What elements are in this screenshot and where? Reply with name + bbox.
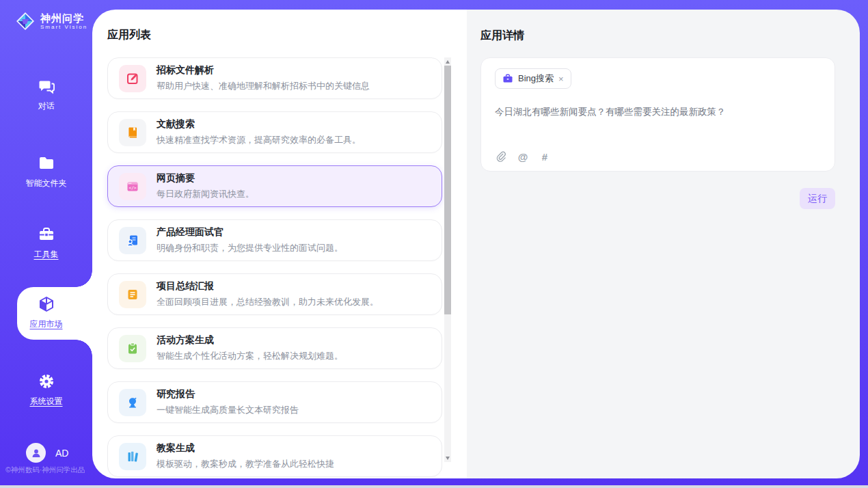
user-name: AD — [55, 448, 68, 459]
sidebar-item-chat[interactable]: 对话 — [0, 77, 92, 112]
app-desc: 明确身份和职责，为您提供专业性的面试问题。 — [157, 242, 343, 254]
person-icon — [31, 448, 42, 459]
sidebar-item-toolset[interactable]: 工具集 — [0, 226, 92, 260]
app-window: 神州问学 Smart Vision 对话 智能文件夹 — [0, 0, 868, 488]
app-card-lesson-plan[interactable]: 教案生成 模板驱动，教案秒成，教学准备从此轻松快捷 — [107, 435, 442, 477]
app-desc: 快速精准查找学术资源，提高研究效率的必备工具。 — [157, 134, 361, 146]
sidebar-item-label: 系统设置 — [0, 396, 92, 407]
app-desc: 全面回顾项目进展，总结经验教训，助力未来优化发展。 — [157, 296, 379, 308]
cube-icon — [38, 295, 55, 313]
chat-bubbles-icon — [38, 77, 55, 95]
app-title: 教案生成 — [157, 442, 334, 455]
mention-at-icon[interactable]: @ — [517, 150, 529, 163]
folder-icon — [38, 154, 55, 172]
person-document-icon — [119, 227, 146, 254]
logo-subtitle: Smart Vision — [40, 24, 87, 30]
app-logo: 神州问学 Smart Vision — [15, 11, 87, 31]
app-desc: 智能生成个性化活动方案，轻松解决规划难题。 — [157, 350, 343, 362]
app-title: 活动方案生成 — [157, 334, 343, 347]
logo-title: 神州问学 — [40, 12, 87, 24]
note-icon — [119, 281, 146, 308]
scrollbar-thumb[interactable] — [444, 66, 451, 314]
ink-bottle-icon — [119, 389, 146, 416]
prompt-text[interactable]: 今日湖北有哪些新闻要点？有哪些需要关注的最新政策？ — [495, 106, 821, 118]
clipboard-check-icon — [119, 335, 146, 362]
app-desc: 每日政府新闻资讯快查。 — [157, 188, 254, 200]
attachment-paperclip-icon[interactable] — [495, 150, 507, 163]
avatar — [26, 443, 46, 463]
app-card-web-summary[interactable]: </> 网页摘要 每日政府新闻资讯快查。 — [107, 165, 442, 207]
book-icon — [119, 119, 146, 146]
sidebar-item-label: 智能文件夹 — [0, 178, 92, 189]
app-list-panel: 应用列表 招标文件解析 帮助用户快速、准确地理解和解析招标书中的关键信息 — [92, 10, 467, 478]
app-desc: 模板驱动，教案秒成，教学准备从此轻松快捷 — [157, 458, 334, 470]
main-content: 应用列表 招标文件解析 帮助用户快速、准确地理解和解析招标书中的关键信息 — [92, 10, 860, 478]
app-title: 网页摘要 — [157, 172, 254, 185]
toolbox-icon — [38, 226, 55, 243]
tag-close-icon[interactable]: × — [558, 74, 564, 83]
tool-tag-bing-search[interactable]: Bing搜索 × — [495, 68, 571, 89]
sidebar-item-app-market[interactable]: 应用市场 — [0, 295, 92, 330]
pill-curve-bottom — [76, 340, 92, 356]
copyright-footer: ©神州数码·神州问学出品 — [5, 465, 85, 475]
gear-icon — [38, 372, 55, 390]
app-detail-panel: 应用详情 Bing搜索 × 今日湖北有哪些新闻要点？有哪些需要关注的最新政策？ — [467, 10, 860, 478]
app-title: 招标文件解析 — [157, 64, 370, 77]
app-desc: 一键智能生成高质量长文本研究报告 — [157, 404, 299, 416]
prompt-toolbar: @ # — [495, 150, 821, 163]
sidebar-item-label: 对话 — [0, 100, 92, 112]
scrollbar-down-arrow[interactable] — [444, 454, 451, 462]
app-title: 产品经理面试官 — [157, 226, 343, 239]
app-list: 招标文件解析 帮助用户快速、准确地理解和解析招标书中的关键信息 文献搜索 快速精… — [107, 57, 442, 477]
app-card-research-report[interactable]: 研究报告 一键智能生成高质量长文本研究报告 — [107, 381, 442, 423]
briefcase-icon — [502, 73, 513, 84]
app-card-project-summary[interactable]: 项目总结汇报 全面回顾项目进展，总结经验教训，助力未来优化发展。 — [107, 273, 442, 315]
screen-bottom-edge — [0, 485, 868, 488]
scrollbar-up-arrow[interactable] — [444, 57, 451, 66]
books-icon — [119, 443, 146, 470]
app-title: 项目总结汇报 — [157, 280, 379, 293]
app-card-literature-search[interactable]: 文献搜索 快速精准查找学术资源，提高研究效率的必备工具。 — [107, 111, 442, 153]
app-list-title: 应用列表 — [107, 28, 151, 42]
sidebar-item-label: 应用市场 — [0, 318, 92, 330]
prompt-card: Bing搜索 × 今日湖北有哪些新闻要点？有哪些需要关注的最新政策？ @ # — [480, 57, 835, 172]
app-card-pm-interviewer[interactable]: 产品经理面试官 明确身份和职责，为您提供专业性的面试问题。 — [107, 219, 442, 261]
app-card-event-plan[interactable]: 活动方案生成 智能生成个性化活动方案，轻松解决规划难题。 — [107, 327, 442, 369]
edit-pencil-square-icon — [119, 65, 146, 92]
hashtag-icon[interactable]: # — [539, 150, 551, 163]
app-list-scrollbar[interactable] — [444, 57, 451, 462]
pill-curve-top — [76, 271, 92, 287]
app-title: 文献搜索 — [157, 118, 361, 131]
user-account[interactable]: AD — [26, 443, 68, 463]
sidebar: 神州问学 Smart Vision 对话 智能文件夹 — [0, 0, 92, 485]
sidebar-item-settings[interactable]: 系统设置 — [0, 372, 92, 407]
sidebar-item-smart-folder[interactable]: 智能文件夹 — [0, 154, 92, 189]
app-desc: 帮助用户快速、准确地理解和解析招标书中的关键信息 — [157, 80, 370, 92]
app-title: 研究报告 — [157, 388, 299, 401]
run-button[interactable]: 运行 — [800, 188, 835, 209]
app-card-bid-analysis[interactable]: 招标文件解析 帮助用户快速、准确地理解和解析招标书中的关键信息 — [107, 57, 442, 99]
app-detail-title: 应用详情 — [480, 29, 835, 43]
sidebar-item-label: 工具集 — [0, 249, 92, 260]
gem-diamond-icon — [15, 11, 36, 31]
svg-text:</>: </> — [128, 185, 136, 189]
tag-label: Bing搜索 — [518, 72, 554, 85]
browser-code-icon: </> — [119, 173, 146, 200]
